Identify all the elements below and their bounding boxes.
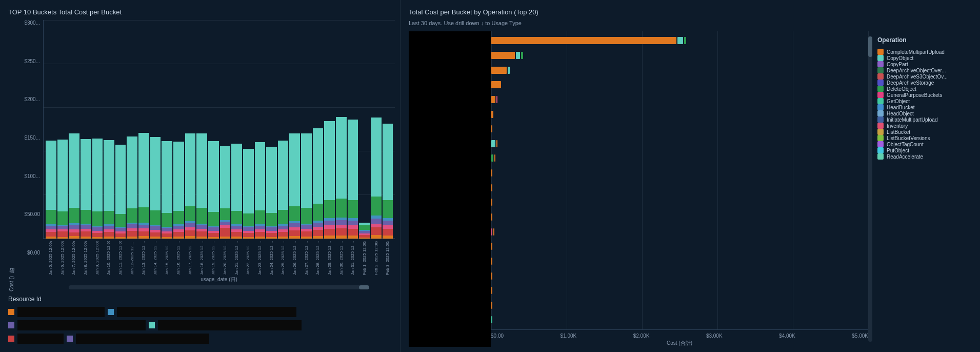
bar-group[interactable] (336, 117, 347, 239)
h-bar-row[interactable] (491, 66, 868, 75)
bar-group[interactable] (324, 121, 335, 239)
bar-group[interactable] (69, 133, 79, 239)
legend-color-swatch (877, 55, 884, 61)
bar-group[interactable] (348, 120, 358, 239)
bar-group[interactable] (127, 136, 137, 239)
h-bar-row[interactable] (491, 168, 868, 178)
bar-segment-green (208, 212, 219, 226)
legend-scrollbar-thumb[interactable] (868, 36, 872, 57)
bar-group[interactable] (278, 141, 289, 239)
h-bar-row[interactable] (491, 257, 868, 266)
x-axis-label: Jan 14, 2025 12:... (153, 241, 157, 275)
bar-group[interactable] (196, 133, 207, 239)
h-bar-row[interactable] (491, 271, 868, 281)
bar-segment-red (243, 233, 254, 237)
legend-color-swatch (877, 153, 884, 160)
bar-group[interactable] (231, 144, 242, 239)
resource-color-dot-2 (149, 322, 155, 328)
legend-color-swatch (877, 67, 884, 73)
bar-segment-orange (348, 236, 358, 239)
h-bar-row[interactable] (491, 301, 868, 310)
scrollbar-thumb[interactable] (359, 285, 369, 289)
bar-group[interactable] (255, 142, 266, 239)
bar-group[interactable] (150, 137, 161, 239)
h-bar-row[interactable] (491, 183, 868, 192)
bar-segment-teal (348, 120, 358, 200)
h-bar-segment-orange (491, 243, 492, 250)
h-bar-row[interactable] (491, 153, 868, 163)
bar-segment-green (359, 225, 370, 230)
bar-stack (220, 146, 231, 239)
resource-bar-1 (17, 320, 146, 330)
x-label-wrapper: Jan 17, 2025 12:... (185, 241, 195, 275)
bar-group[interactable] (289, 133, 300, 239)
bar-group[interactable] (138, 133, 149, 239)
legend-item-label: DeepArchiveS3ObjectOv... (887, 74, 948, 80)
bar-segment-pink (371, 224, 382, 227)
right-chart-subtitle: Last 30 days. Use drill down ↓ to Usage … (409, 20, 975, 26)
bar-group[interactable] (81, 139, 91, 239)
bar-segment-orange (383, 236, 393, 239)
bar-segment-red (336, 228, 347, 236)
h-bar-row[interactable] (491, 242, 868, 251)
bar-group[interactable] (266, 147, 277, 239)
h-bar-row[interactable] (491, 315, 868, 324)
x-label-wrapper: Feb 1, 2025 12:00am (359, 241, 370, 275)
bar-segment-teal (81, 139, 91, 210)
resource-color-dot (8, 322, 14, 328)
left-panel: TOP 10 Buckets Total Cost per Bucket Cos… (0, 0, 400, 352)
legend-item-label: DeleteObject (887, 86, 916, 92)
bar-segment-orange (185, 236, 196, 239)
bar-group[interactable] (57, 140, 68, 239)
bar-group[interactable] (243, 149, 254, 239)
bar-group[interactable] (46, 141, 56, 239)
bar-segment-teal (243, 149, 254, 213)
h-bar-row[interactable] (491, 51, 868, 60)
h-bar-row[interactable] (491, 227, 868, 237)
bar-group[interactable] (173, 142, 184, 239)
h-bar-segment-orange (491, 111, 493, 118)
x-axis-label: Jan 11, 2025 12:00am (118, 241, 123, 275)
legend-item-label: GetObject (887, 99, 910, 104)
h-bar-row[interactable] (491, 36, 868, 45)
h-bar-row[interactable] (491, 124, 868, 133)
h-bar-row[interactable] (491, 198, 868, 207)
x-axis: Jan 5, 2025 12:00amJan 6, 2025 12:00amJa… (43, 239, 395, 275)
bar-group[interactable] (104, 140, 114, 239)
x-axis-label: Jan 26, 2025 12:... (292, 241, 297, 275)
bar-group[interactable] (313, 128, 324, 239)
left-chart-title: TOP 10 Buckets Total Cost per Bucket (8, 8, 395, 16)
bar-group[interactable] (301, 133, 312, 239)
bar-segment-red (138, 231, 149, 236)
bar-segment-red (208, 233, 219, 237)
bar-group[interactable] (371, 118, 382, 239)
bar-segment-purple (231, 226, 242, 229)
bar-segment-green (301, 208, 312, 224)
legend-item: InitiateMultipartUpload (877, 116, 970, 123)
h-x-axis-label: $0.00 (491, 333, 504, 339)
bar-segment-orange (150, 237, 161, 239)
x-axis-label: Jan 29, 2025 12:... (327, 241, 332, 275)
scrollbar-track[interactable] (69, 285, 369, 289)
legend-scrollbar[interactable] (868, 36, 872, 342)
h-bar-segment-orange (496, 140, 497, 147)
bar-stack (46, 141, 56, 239)
x-axis-label: Jan 28, 2025 12:... (315, 241, 320, 275)
x-label-wrapper: Jan 10, 2025 12:00am (103, 241, 114, 275)
h-bar-row[interactable] (491, 139, 868, 148)
bar-group[interactable] (383, 124, 393, 239)
bar-group[interactable] (115, 145, 126, 239)
h-bar-row[interactable] (491, 110, 868, 119)
bar-group[interactable] (208, 141, 219, 239)
bar-group[interactable] (185, 133, 196, 239)
h-bar-row[interactable] (491, 286, 868, 295)
bar-group[interactable] (220, 146, 231, 239)
h-bar-row[interactable] (491, 212, 868, 222)
bar-stack (127, 136, 137, 239)
bar-group[interactable] (359, 223, 370, 239)
bar-segment-purple (348, 221, 358, 225)
h-bar-row[interactable] (491, 95, 868, 104)
bar-group[interactable] (162, 141, 172, 239)
h-bar-row[interactable] (491, 80, 868, 89)
bar-group[interactable] (92, 139, 103, 239)
